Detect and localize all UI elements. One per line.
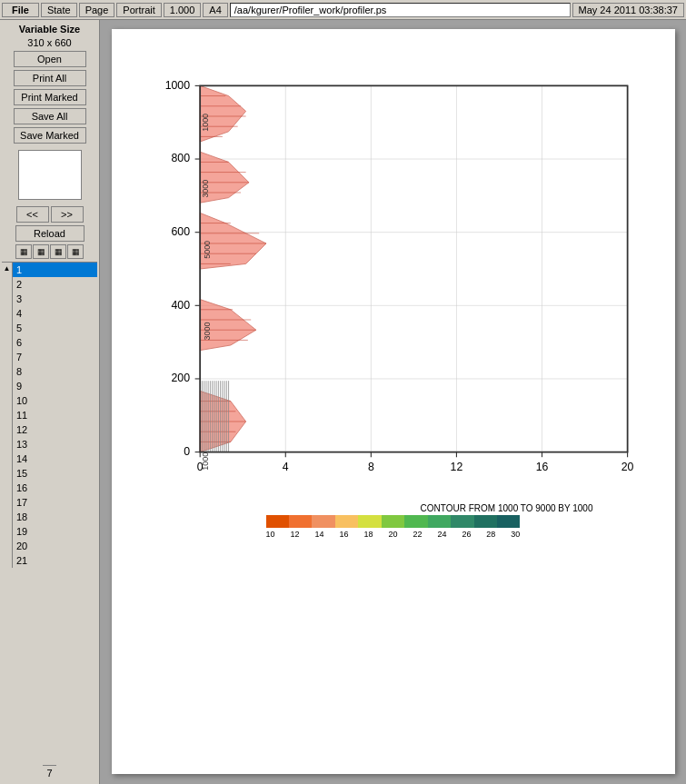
svg-text:0: 0	[184, 445, 190, 458]
page-num-17[interactable]: 17	[13, 495, 97, 510]
save-marked-button[interactable]: Save Marked	[14, 127, 86, 144]
colorbar-tick-7: 24	[437, 530, 446, 539]
colorbar-cell-4	[358, 515, 381, 528]
colorbar-tick-4: 18	[363, 530, 373, 539]
sidebar: Variable Size 310 x 660 Open Print All P…	[0, 20, 100, 784]
colorbar-cell-9	[474, 515, 497, 528]
svg-text:800: 800	[171, 152, 190, 164]
colorbar-area: CONTOUR FROM 1000 TO 9000 BY 1000 101214…	[139, 503, 648, 539]
colorbar-cell-3	[335, 515, 358, 528]
grid-btn-1[interactable]: ▦	[15, 244, 32, 259]
scroll-indicator: ▲	[2, 263, 13, 568]
colorbar-cell-7	[428, 515, 451, 528]
open-button[interactable]: Open	[14, 51, 86, 67]
svg-text:8: 8	[367, 461, 373, 473]
svg-text:600: 600	[171, 225, 190, 238]
page-num-7[interactable]: 7	[13, 350, 97, 364]
print-marked-button[interactable]: Print Marked	[14, 89, 86, 105]
page-bottom: 7	[43, 765, 55, 780]
page-num-13[interactable]: 13	[13, 437, 97, 452]
page-num-4[interactable]: 4	[13, 306, 97, 321]
file-menu[interactable]: File	[2, 3, 39, 17]
page-num-6[interactable]: 6	[13, 335, 97, 350]
svg-text:4: 4	[282, 461, 288, 473]
portrait-label: Portrait	[116, 3, 161, 17]
colorbar-tick-5: 20	[388, 530, 397, 539]
svg-text:3000: 3000	[203, 322, 212, 340]
chart-svg: 0 4 8 12 16 20 0 200 400 600 800 1000	[139, 65, 648, 492]
page-num-2[interactable]: 2	[13, 277, 97, 292]
page-num-12[interactable]: 12	[13, 422, 97, 437]
next-button[interactable]: >>	[51, 206, 84, 223]
page-num-18[interactable]: 18	[13, 510, 97, 524]
grid-btn-2[interactable]: ▦	[33, 244, 49, 259]
svg-text:16: 16	[535, 461, 548, 473]
page-num-14[interactable]: 14	[13, 452, 97, 466]
page-num-20[interactable]: 20	[13, 539, 97, 553]
page-num-11[interactable]: 11	[13, 408, 97, 422]
colorbar-cell-8	[451, 515, 473, 528]
svg-text:1000: 1000	[201, 114, 210, 132]
colorbar-cell-1	[289, 515, 312, 528]
file-path: /aa/kgurer/Profiler_work/profiler.ps	[230, 3, 571, 17]
grid-btn-3[interactable]: ▦	[50, 244, 66, 259]
svg-text:1000: 1000	[201, 452, 210, 471]
colorbar-tick-8: 26	[462, 530, 471, 539]
nav-row: << >>	[16, 206, 84, 223]
page-num-21[interactable]: 21	[13, 553, 97, 568]
grid-btn-4[interactable]: ▦	[67, 244, 84, 259]
scroll-up[interactable]: ▲	[4, 264, 11, 273]
contour-label: CONTOUR FROM 1000 TO 9000 BY 1000	[139, 503, 648, 513]
svg-text:200: 200	[171, 372, 190, 384]
grid-buttons: ▦ ▦ ▦ ▦	[15, 244, 84, 259]
prev-button[interactable]: <<	[16, 206, 49, 223]
colorbar-tick-3: 16	[339, 530, 348, 539]
page-numbers: 123456789101112131415161718192021	[13, 263, 97, 568]
colorbar-tick-2: 14	[314, 530, 323, 539]
page-num-8[interactable]: 8	[13, 364, 97, 379]
toolbar: File State Page Portrait 1.000 A4 /aa/kg…	[0, 0, 686, 20]
page-num-9[interactable]: 9	[13, 379, 97, 393]
paper-label: A4	[203, 3, 227, 17]
state-label: State	[41, 3, 77, 17]
colorbar-tick-1: 12	[290, 530, 299, 539]
colorbar-strip	[266, 515, 521, 528]
colorbar-tick-9: 28	[486, 530, 495, 539]
reload-button[interactable]: Reload	[15, 225, 85, 242]
page-view: 0 4 8 12 16 20 0 200 400 600 800 1000	[112, 29, 675, 774]
print-all-button[interactable]: Print All	[14, 70, 86, 86]
svg-text:3000: 3000	[201, 180, 210, 198]
colorbar-cell-0	[266, 515, 289, 528]
main-layout: Variable Size 310 x 660 Open Print All P…	[0, 20, 686, 784]
colorbar-tick-6: 22	[413, 530, 422, 539]
svg-text:1000: 1000	[164, 79, 190, 92]
page-num-15[interactable]: 15	[13, 466, 97, 481]
timestamp: May 24 2011 03:38:37	[572, 3, 684, 17]
zoom-value: 1.000	[164, 3, 202, 17]
page-num-1[interactable]: 1	[13, 263, 97, 277]
colorbar-tick-10: 30	[511, 530, 520, 539]
page-label: Page	[79, 3, 115, 17]
colorbar-cell-10	[497, 515, 520, 528]
page-num-16[interactable]: 16	[13, 481, 97, 495]
page-thumbnail	[18, 150, 82, 200]
colorbar-tick-0: 10	[266, 530, 275, 539]
chart-container: 0 4 8 12 16 20 0 200 400 600 800 1000	[139, 65, 648, 494]
svg-rect-0	[200, 85, 627, 452]
page-num-19[interactable]: 19	[13, 524, 97, 539]
variable-size-label: Variable Size	[19, 24, 80, 35]
content-area: 0 4 8 12 16 20 0 200 400 600 800 1000	[100, 20, 686, 784]
save-all-button[interactable]: Save All	[14, 108, 86, 124]
page-num-10[interactable]: 10	[13, 393, 97, 408]
dimensions-label: 310 x 660	[27, 37, 71, 48]
colorbar-cell-2	[312, 515, 334, 528]
colorbar-ticks: 1012141618202224262830	[266, 530, 521, 539]
colorbar-cell-6	[404, 515, 427, 528]
svg-text:12: 12	[450, 461, 462, 473]
svg-text:20: 20	[621, 461, 633, 473]
svg-text:5000: 5000	[203, 241, 212, 259]
colorbar-cell-5	[382, 515, 404, 528]
page-num-3[interactable]: 3	[13, 292, 97, 306]
page-num-5[interactable]: 5	[13, 321, 97, 335]
page-list: ▲ 123456789101112131415161718192021	[2, 262, 97, 762]
